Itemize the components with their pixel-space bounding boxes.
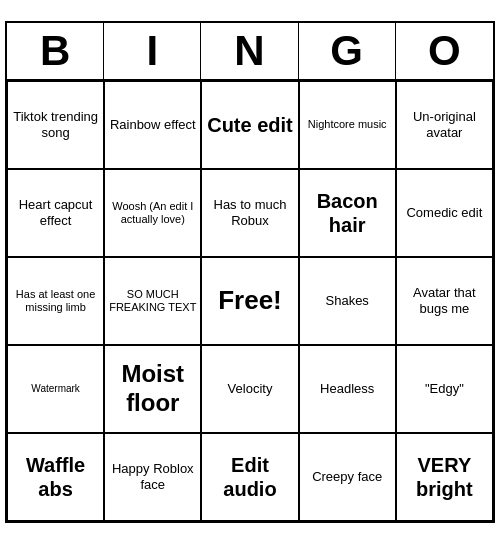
bingo-cell-13: Shakes: [299, 257, 396, 345]
bingo-cell-2: Cute edit: [201, 81, 298, 169]
bingo-cell-23: Creepy face: [299, 433, 396, 521]
bingo-cell-18: Headless: [299, 345, 396, 433]
bingo-cell-19: "Edgy": [396, 345, 493, 433]
bingo-cell-4: Un-original avatar: [396, 81, 493, 169]
bingo-grid: Tiktok trending songRainbow effectCute e…: [7, 81, 493, 521]
bingo-cell-17: Velocity: [201, 345, 298, 433]
bingo-letter-b: B: [7, 23, 104, 79]
bingo-letter-n: N: [201, 23, 298, 79]
bingo-cell-1: Rainbow effect: [104, 81, 201, 169]
bingo-cell-21: Happy Roblox face: [104, 433, 201, 521]
bingo-letter-i: I: [104, 23, 201, 79]
bingo-cell-16: Moist floor: [104, 345, 201, 433]
bingo-header: BINGO: [7, 23, 493, 81]
bingo-cell-6: Woosh (An edit I actually love): [104, 169, 201, 257]
bingo-cell-7: Has to much Robux: [201, 169, 298, 257]
bingo-cell-8: Bacon hair: [299, 169, 396, 257]
bingo-card: BINGO Tiktok trending songRainbow effect…: [5, 21, 495, 523]
bingo-cell-14: Avatar that bugs me: [396, 257, 493, 345]
bingo-cell-3: Nightcore music: [299, 81, 396, 169]
bingo-cell-11: SO MUCH FREAKING TEXT: [104, 257, 201, 345]
bingo-cell-0: Tiktok trending song: [7, 81, 104, 169]
bingo-letter-g: G: [299, 23, 396, 79]
bingo-cell-20: Waffle abs: [7, 433, 104, 521]
bingo-cell-5: Heart capcut effect: [7, 169, 104, 257]
bingo-cell-22: Edit audio: [201, 433, 298, 521]
bingo-cell-10: Has at least one missing limb: [7, 257, 104, 345]
bingo-cell-9: Comedic edit: [396, 169, 493, 257]
bingo-cell-15: Watermark: [7, 345, 104, 433]
bingo-cell-12: Free!: [201, 257, 298, 345]
bingo-letter-o: O: [396, 23, 493, 79]
bingo-cell-24: VERY bright: [396, 433, 493, 521]
